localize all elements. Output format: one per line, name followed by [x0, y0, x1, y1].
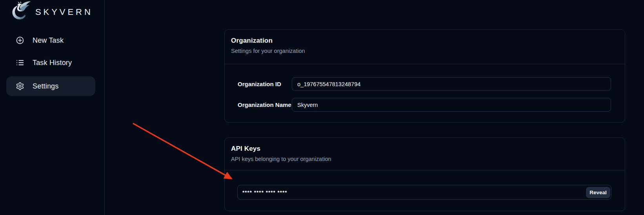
list-icon: [16, 58, 24, 67]
organization-name-row: Organization Name: [238, 98, 611, 112]
sidebar-item-task-history[interactable]: Task History: [6, 53, 95, 72]
organization-id-row: Organization ID: [238, 77, 611, 91]
organization-card-header: Organization Settings for your organizat…: [225, 30, 625, 64]
organization-name-input[interactable]: [292, 98, 611, 112]
dragon-logo-icon: [9, 0, 31, 24]
card-title: Organization: [231, 37, 619, 45]
sidebar-item-settings[interactable]: Settings: [6, 76, 95, 96]
api-keys-card-header: API Keys API keys belonging to your orga…: [225, 138, 625, 170]
organization-card: Organization Settings for your organizat…: [224, 29, 625, 123]
circle-plus-icon: [16, 36, 24, 45]
reveal-button[interactable]: Reveal: [586, 187, 610, 198]
organization-id-label: Organization ID: [238, 81, 292, 87]
sidebar-item-new-task[interactable]: New Task: [6, 31, 95, 50]
brand-name: SKYVERN: [35, 7, 93, 17]
arrow-line: [133, 123, 231, 179]
gear-icon: [16, 82, 24, 90]
sidebar-item-label: Settings: [33, 82, 58, 90]
brand-logo: SKYVERN: [9, 0, 93, 24]
card-title: API Keys: [231, 145, 619, 153]
organization-name-label: Organization Name: [238, 101, 292, 108]
api-keys-card: API Keys API keys belonging to your orga…: [224, 137, 625, 211]
card-subtitle: API keys belonging to your organization: [231, 156, 619, 162]
sidebar: SKYVERN New Task Task History: [0, 0, 105, 215]
card-subtitle: Settings for your organization: [231, 48, 619, 54]
organization-id-input[interactable]: [292, 77, 611, 91]
api-key-input[interactable]: [237, 185, 611, 200]
sidebar-item-label: New Task: [33, 36, 64, 45]
api-key-row: Reveal: [237, 185, 611, 200]
sidebar-item-label: Task History: [33, 59, 72, 67]
